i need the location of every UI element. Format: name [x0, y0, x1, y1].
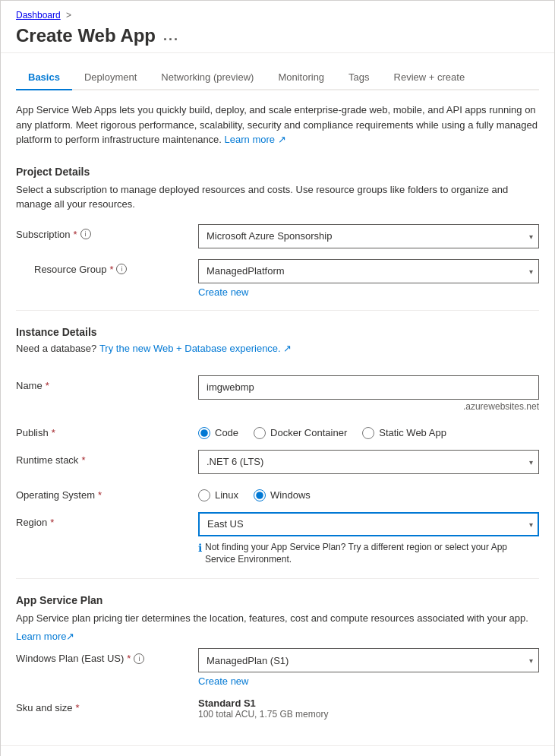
publish-code-radio[interactable] [198, 427, 210, 439]
name-control: .azurewebsites.net [198, 375, 539, 412]
learn-more-link[interactable]: Learn more ↗ [225, 134, 286, 145]
subscription-row: Subscription * i Microsoft Azure Sponsor… [16, 224, 539, 248]
os-required: * [98, 489, 102, 501]
footer: Review + create < Previous Next : Deploy… [1, 745, 554, 756]
publish-control: Code Docker Container Static Web App [198, 422, 539, 439]
publish-static-label: Static Web App [379, 427, 446, 438]
region-control: East US ▾ ℹ Not finding your App Service… [198, 512, 539, 567]
name-input[interactable] [198, 375, 539, 400]
page-title-more-options[interactable]: ... [163, 28, 179, 44]
windows-plan-control: ManagedPlan (S1) ▾ Create new [198, 648, 539, 687]
project-details-subtitle: Select a subscription to manage deployed… [16, 182, 539, 212]
publish-required: * [52, 427, 55, 438]
os-radio-group: Linux Windows [198, 485, 539, 501]
os-windows-option[interactable]: Windows [254, 489, 311, 501]
subscription-select[interactable]: Microsoft Azure Sponsorship [198, 224, 539, 248]
resource-group-create-new[interactable]: Create new [198, 286, 248, 298]
name-suffix: .azurewebsites.net [198, 401, 539, 412]
subscription-control: Microsoft Azure Sponsorship ▾ [198, 224, 539, 248]
publish-row: Publish * Code Docker Container Static [16, 422, 539, 439]
runtime-stack-control: .NET 6 (LTS) ▾ [198, 450, 539, 474]
publish-docker-option[interactable]: Docker Container [254, 427, 347, 439]
description-text: App Service Web Apps lets you quickly bu… [16, 103, 539, 147]
project-details-title: Project Details [16, 163, 539, 178]
sku-size-label: Sku and size * [16, 697, 198, 713]
publish-code-label: Code [215, 427, 238, 438]
app-service-learn-more-icon: ↗ [66, 631, 74, 642]
sku-sub-text: 100 total ACU, 1.75 GB memory [198, 709, 539, 720]
region-label: Region * [16, 512, 198, 528]
publish-docker-label: Docker Container [270, 427, 347, 438]
try-web-database-link[interactable]: Try the new Web + Database experience. ↗ [99, 343, 292, 354]
publish-label: Publish * [16, 422, 198, 438]
tab-networking[interactable]: Networking (preview) [149, 65, 266, 90]
os-windows-label: Windows [270, 489, 311, 501]
breadcrumb: Dashboard > [16, 10, 539, 21]
runtime-stack-row: Runtime stack * .NET 6 (LTS) ▾ [16, 450, 539, 474]
region-info-message: ℹ Not finding your App Service Plan? Try… [198, 541, 539, 567]
os-control: Linux Windows [198, 485, 539, 501]
subscription-label: Subscription * i [16, 224, 198, 240]
resource-group-label: Resource Group * i [16, 259, 198, 275]
windows-plan-create-new[interactable]: Create new [198, 675, 248, 687]
tab-tags[interactable]: Tags [336, 65, 381, 90]
breadcrumb-separator: > [66, 10, 71, 21]
os-linux-label: Linux [215, 489, 238, 501]
os-linux-option[interactable]: Linux [198, 489, 238, 501]
app-service-plan-section: App Service Plan App Service plan pricin… [16, 591, 539, 720]
runtime-stack-required: * [81, 454, 85, 466]
publish-static-option[interactable]: Static Web App [362, 427, 446, 439]
os-row: Operating System * Linux Windows [16, 485, 539, 501]
publish-static-radio[interactable] [362, 427, 374, 439]
tab-basics[interactable]: Basics [16, 65, 72, 90]
os-label: Operating System * [16, 485, 198, 501]
publish-docker-radio[interactable] [254, 427, 266, 439]
breadcrumb-dashboard[interactable]: Dashboard [16, 10, 61, 21]
name-label: Name * [16, 375, 198, 391]
subscription-info-icon[interactable]: i [80, 229, 91, 239]
resource-group-select[interactable]: ManagedPlatform [198, 259, 539, 283]
os-linux-radio[interactable] [198, 489, 210, 501]
resource-group-row: Resource Group * i ManagedPlatform ▾ Cre… [16, 259, 539, 298]
runtime-stack-select[interactable]: .NET 6 (LTS) [198, 450, 539, 474]
windows-plan-row: Windows Plan (East US) * i ManagedPlan (… [16, 648, 539, 687]
subscription-required: * [74, 229, 77, 240]
tab-review-create[interactable]: Review + create [382, 65, 478, 90]
tab-bar: Basics Deployment Networking (preview) M… [16, 53, 539, 90]
sku-size-row: Sku and size * Standard S1 100 total ACU… [16, 697, 539, 720]
runtime-stack-label: Runtime stack * [16, 450, 198, 466]
name-required: * [46, 380, 49, 391]
publish-code-option[interactable]: Code [198, 427, 238, 439]
app-service-learn-more[interactable]: Learn more↗ [16, 629, 74, 644]
os-windows-radio[interactable] [254, 489, 266, 501]
page-title: Create Web App [16, 25, 156, 46]
region-info-icon: ℹ [198, 541, 202, 556]
try-link-external-icon: ↗ [283, 343, 292, 354]
region-required: * [50, 517, 54, 528]
windows-plan-select[interactable]: ManagedPlan (S1) [198, 648, 539, 672]
sku-size-value: Standard S1 100 total ACU, 1.75 GB memor… [198, 697, 539, 720]
tab-deployment[interactable]: Deployment [72, 65, 149, 90]
resource-group-info-icon[interactable]: i [116, 264, 127, 274]
windows-plan-info-icon[interactable]: i [134, 653, 144, 664]
region-select[interactable]: East US [198, 512, 539, 536]
external-link-icon: ↗ [278, 134, 286, 145]
publish-radio-group: Code Docker Container Static Web App [198, 422, 539, 439]
sku-size-required: * [75, 702, 79, 713]
need-database-text: Need a database? [16, 343, 96, 354]
name-row: Name * .azurewebsites.net [16, 375, 539, 412]
sku-bold-text: Standard S1 [198, 697, 539, 709]
resource-group-required: * [109, 264, 113, 275]
instance-details-title: Instance Details [16, 323, 539, 338]
app-service-plan-description: App Service plan pricing tier determines… [16, 611, 539, 644]
tab-monitoring[interactable]: Monitoring [266, 65, 336, 90]
windows-plan-required: * [127, 653, 131, 664]
resource-group-control: ManagedPlatform ▾ Create new [198, 259, 539, 298]
app-service-plan-title: App Service Plan [16, 591, 539, 606]
region-row: Region * East US ▾ ℹ Not finding your Ap… [16, 512, 539, 567]
windows-plan-label: Windows Plan (East US) * i [16, 648, 198, 664]
